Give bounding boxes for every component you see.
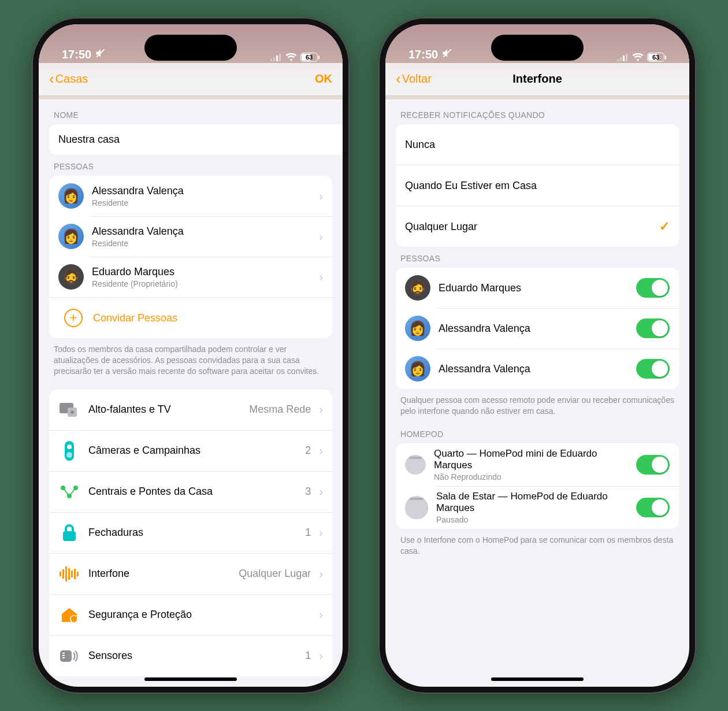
- notify-option[interactable]: Nunca: [396, 124, 679, 165]
- notify-option[interactable]: Quando Eu Estiver em Casa: [396, 165, 679, 206]
- chevron-right-icon: ›: [319, 190, 323, 203]
- person-row[interactable]: 👩 Alessandra Valença Residente ›: [49, 176, 332, 216]
- phone-left: 17:50 63: [32, 17, 350, 694]
- person-name: Alessandra Valença: [92, 185, 311, 197]
- toggle-switch[interactable]: [636, 278, 670, 298]
- avatar: 🧔: [405, 275, 430, 301]
- section-header-notify: RECEBER NOTIFICAÇÕES QUANDO: [400, 110, 674, 120]
- svg-rect-28: [617, 59, 619, 61]
- svg-point-7: [70, 410, 74, 414]
- home-name-input[interactable]: [49, 124, 343, 155]
- wifi-icon: [285, 53, 297, 61]
- row-label: Câmeras e Campainhas: [88, 445, 297, 457]
- lock-icon: [58, 522, 80, 544]
- battery-icon: 63: [300, 53, 320, 62]
- hub-icon: [58, 481, 80, 503]
- chevron-right-icon: ›: [319, 485, 323, 498]
- settings-row-sensors[interactable]: Sensores 1 ›: [49, 635, 332, 676]
- dynamic-island: [144, 35, 237, 61]
- chevron-left-icon: ‹: [396, 70, 401, 88]
- svg-rect-19: [71, 571, 73, 577]
- svg-rect-4: [279, 54, 281, 61]
- row-detail: 3: [305, 486, 311, 498]
- svg-rect-20: [74, 569, 76, 579]
- back-button[interactable]: ‹ Voltar: [396, 70, 432, 88]
- phone-right: 17:50 63: [378, 17, 696, 694]
- svg-rect-15: [60, 572, 61, 576]
- chevron-right-icon: ›: [319, 444, 323, 457]
- speaker-tv-icon: [58, 399, 80, 421]
- home-indicator[interactable]: [144, 677, 237, 681]
- settings-row-intercom[interactable]: Interfone Qualquer Lugar ›: [49, 553, 332, 594]
- person-name: Eduardo Marques: [439, 282, 628, 294]
- option-label: Quando Eu Estiver em Casa: [405, 180, 670, 192]
- settings-row-security[interactable]: Segurança e Proteção ›: [49, 594, 332, 635]
- person-role: Residente: [92, 198, 311, 208]
- status-time: 17:50: [408, 48, 438, 61]
- homepod-name: Quarto — HomePod mini de Eduardo Marques: [434, 448, 628, 471]
- person-row[interactable]: 👩 Alessandra Valença Residente ›: [49, 216, 332, 257]
- homepod-icon: [405, 496, 428, 519]
- checkmark-icon: ✓: [659, 219, 670, 234]
- homepod-status: Não Reproduzindo: [434, 472, 628, 482]
- section-header-name: NOME: [54, 110, 328, 120]
- people-footer: Todos os membros da casa compartilhada p…: [54, 344, 328, 377]
- svg-point-10: [66, 452, 72, 458]
- svg-rect-29: [620, 57, 622, 61]
- back-button[interactable]: ‹ Casas: [49, 70, 88, 88]
- avatar: 🧔: [58, 264, 84, 290]
- avatar: 👩: [58, 224, 84, 249]
- camera-bell-icon: [58, 440, 80, 462]
- homepod-row: Sala de Estar — HomePod de Eduardo Marqu…: [396, 486, 679, 529]
- toggle-switch[interactable]: [636, 319, 670, 338]
- settings-row-locks[interactable]: Fechaduras 1 ›: [49, 512, 332, 553]
- person-toggle-row: 👩 Alessandra Valença: [396, 349, 679, 389]
- toggle-switch[interactable]: [636, 498, 670, 517]
- row-label: Alto-falantes e TV: [88, 403, 241, 416]
- person-row[interactable]: 🧔 Eduardo Marques Residente (Proprietári…: [49, 257, 332, 297]
- svg-rect-1: [270, 59, 272, 61]
- security-icon: [58, 604, 80, 626]
- home-indicator[interactable]: [491, 677, 584, 681]
- settings-row-cameras[interactable]: Câmeras e Campainhas 2 ›: [49, 430, 332, 471]
- homepod-icon: [405, 455, 426, 475]
- svg-rect-21: [77, 572, 79, 576]
- row-label: Segurança e Proteção: [88, 609, 311, 621]
- toggle-switch[interactable]: [636, 359, 670, 379]
- chevron-left-icon: ‹: [49, 70, 54, 88]
- chevron-right-icon: ›: [319, 649, 323, 662]
- svg-rect-24: [62, 653, 65, 654]
- option-label: Nunca: [405, 139, 670, 151]
- avatar: 👩: [58, 183, 84, 209]
- person-toggle-row: 🧔 Eduardo Marques: [396, 268, 679, 308]
- person-name: Alessandra Valença: [439, 323, 628, 335]
- avatar: 👩: [405, 316, 430, 341]
- svg-rect-17: [65, 566, 67, 582]
- svg-rect-30: [623, 55, 625, 61]
- person-role: Residente: [92, 239, 311, 248]
- sensor-icon: [58, 645, 80, 667]
- notify-option[interactable]: Qualquer Lugar ✓: [396, 206, 679, 247]
- settings-row-speakers-tv[interactable]: Alto-falantes e TV Mesma Rede ›: [49, 390, 332, 430]
- settings-row-hubs[interactable]: Centrais e Pontes da Casa 3 ›: [49, 471, 332, 512]
- mute-icon: [95, 47, 106, 62]
- section-header-people: PESSOAS: [400, 254, 674, 263]
- toggle-switch[interactable]: [636, 455, 670, 475]
- person-role: Residente (Proprietário): [92, 279, 311, 288]
- svg-rect-23: [60, 650, 72, 662]
- svg-rect-3: [276, 55, 278, 61]
- chevron-right-icon: ›: [319, 403, 323, 416]
- battery-icon: 63: [647, 53, 666, 62]
- svg-rect-14: [63, 531, 76, 541]
- person-name: Eduardo Marques: [92, 266, 311, 278]
- invite-label: Convidar Pessoas: [93, 312, 177, 324]
- wifi-icon: [632, 53, 644, 61]
- svg-rect-2: [273, 57, 275, 61]
- cellular-icon: [617, 53, 629, 61]
- row-label: Sensores: [88, 650, 297, 662]
- row-detail: 1: [305, 527, 311, 539]
- avatar: 👩: [405, 356, 430, 382]
- ok-button[interactable]: OK: [315, 72, 332, 86]
- invite-people-button[interactable]: + Convidar Pessoas: [49, 297, 332, 338]
- row-detail: Qualquer Lugar: [239, 568, 311, 580]
